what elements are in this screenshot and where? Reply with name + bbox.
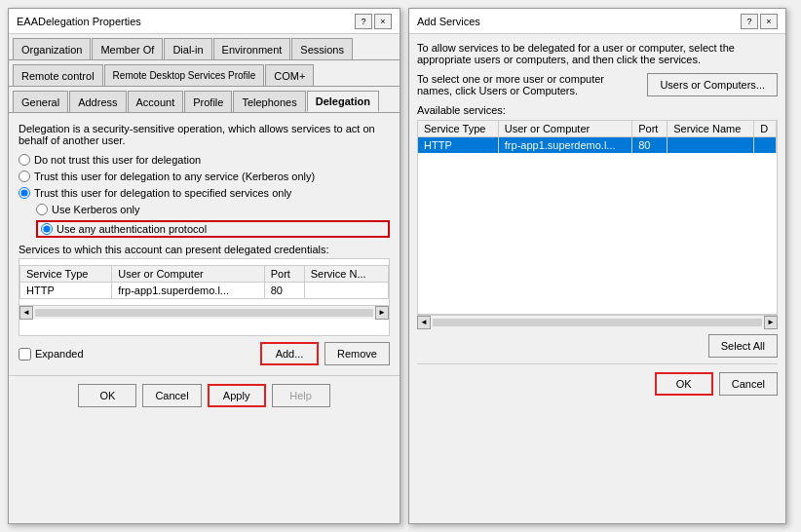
apply-button[interactable]: Apply xyxy=(208,384,266,407)
available-services-container: Service Type User or Computer Port Servi… xyxy=(417,120,778,315)
bottom-controls: Expanded Add... Remove xyxy=(19,342,390,365)
radio-any-auth-input[interactable] xyxy=(41,223,53,235)
select-all-row: Select All xyxy=(417,334,778,358)
left-title-bar: EAADelegation Properties ? × xyxy=(9,9,400,34)
tab-profile[interactable]: Profile xyxy=(184,91,232,112)
left-close-btn[interactable]: × xyxy=(374,14,392,29)
avail-col-port: Port xyxy=(632,121,668,137)
left-table-scrollbar[interactable]: ◄ ► xyxy=(19,305,389,319)
select-all-button[interactable]: Select All xyxy=(708,334,778,358)
users-computers-button[interactable]: Users or Computers... xyxy=(647,73,778,96)
radio-kerberos[interactable]: Use Kerberos only xyxy=(36,204,390,215)
add-remove-buttons: Add... Remove xyxy=(260,342,390,365)
right-close-btn[interactable]: × xyxy=(760,14,778,29)
eaa-delegation-window: EAADelegation Properties ? × Organizatio… xyxy=(8,8,400,524)
services-table-label: Services to which this account can prese… xyxy=(19,244,390,255)
tab-address[interactable]: Address xyxy=(69,91,126,112)
avail-col-user-computer: User or Computer xyxy=(498,121,631,137)
avail-table-row[interactable]: HTTP frp-app1.superdemo.l... 80 xyxy=(418,137,777,154)
delegation-radio-group: Do not trust this user for delegation Tr… xyxy=(19,154,390,199)
services-table: Service Type User or Computer Port Servi… xyxy=(19,265,389,299)
left-content: Delegation is a security-sensitive opera… xyxy=(9,113,400,375)
radio-no-trust-label: Do not trust this user for delegation xyxy=(34,154,201,166)
right-help-btn[interactable]: ? xyxy=(741,14,758,29)
add-button[interactable]: Add... xyxy=(260,342,319,365)
right-scroll-track xyxy=(433,319,762,326)
radio-no-trust[interactable]: Do not trust this user for delegation xyxy=(19,154,390,166)
tab-member-of[interactable]: Member Of xyxy=(92,38,163,59)
radio-no-trust-input[interactable] xyxy=(19,154,30,166)
expanded-label: Expanded xyxy=(35,348,84,360)
tab-remote-control[interactable]: Remote control xyxy=(13,64,103,86)
radio-kerberos-label: Use Kerberos only xyxy=(52,204,140,215)
avail-col-service-name: Service Name xyxy=(668,121,754,137)
radio-any-auth[interactable]: Use any authentication protocol xyxy=(41,223,207,235)
right-table-scrollbar[interactable]: ◄ ► xyxy=(417,315,778,328)
left-help-btn[interactable]: ? xyxy=(355,14,372,29)
remove-button[interactable]: Remove xyxy=(324,342,390,365)
tabs-row-3: General Address Account Profile Telephon… xyxy=(9,87,400,113)
cancel-button[interactable]: Cancel xyxy=(142,384,201,407)
radio-any-auth-label: Use any authentication protocol xyxy=(57,223,207,235)
scroll-left-btn[interactable]: ◄ xyxy=(19,306,33,320)
radio-specified-input[interactable] xyxy=(19,187,30,199)
services-table-head: Service Type User or Computer Port Servi… xyxy=(20,266,389,283)
services-table-body: HTTP frp-app1.superdemo.l... 80 xyxy=(20,283,389,299)
tabs-row-1: Organization Member Of Dial-in Environme… xyxy=(9,34,400,60)
avail-col-service-type: Service Type xyxy=(418,121,498,137)
right-window-title: Add Services xyxy=(417,16,480,27)
scroll-right-btn[interactable]: ► xyxy=(375,306,389,320)
tab-telephones[interactable]: Telephones xyxy=(233,91,305,112)
tab-dial-in[interactable]: Dial-in xyxy=(164,38,211,59)
radio-any-service-input[interactable] xyxy=(19,171,30,182)
radio-specified[interactable]: Trust this user for delegation to specif… xyxy=(19,187,390,199)
tab-delegation[interactable]: Delegation xyxy=(307,91,379,112)
right-ok-button[interactable]: OK xyxy=(655,372,713,396)
sub-radio-group: Use Kerberos only Use any authentication… xyxy=(36,204,390,238)
available-table-body: HTTP frp-app1.superdemo.l... 80 xyxy=(418,137,777,154)
right-content: To allow services to be delegated for a … xyxy=(409,34,785,411)
avail-row-d xyxy=(754,137,777,154)
right-title-bar: Add Services ? × xyxy=(409,9,785,34)
add-services-window: Add Services ? × To allow services to be… xyxy=(408,8,786,524)
tab-organization[interactable]: Organization xyxy=(13,38,91,59)
scroll-track xyxy=(35,309,373,317)
available-services-table: Service Type User or Computer Port Servi… xyxy=(418,121,777,153)
right-cancel-button[interactable]: Cancel xyxy=(719,372,778,396)
row-port: 80 xyxy=(264,283,304,299)
radio-any-auth-highlight: Use any authentication protocol xyxy=(36,220,390,238)
intro-text-2: To select one or more user or computer n… xyxy=(417,73,639,96)
col-service-type: Service Type xyxy=(20,266,112,283)
col-service-name: Service N... xyxy=(304,266,388,283)
help-button[interactable]: Help xyxy=(272,384,330,407)
tabs-row-2: Remote control Remote Desktop Services P… xyxy=(9,60,400,87)
avail-row-service-name xyxy=(668,137,754,154)
services-table-container: Service Type User or Computer Port Servi… xyxy=(19,258,390,336)
tab-account[interactable]: Account xyxy=(128,91,184,112)
right-title-controls: ? × xyxy=(741,14,778,29)
radio-specified-label: Trust this user for delegation to specif… xyxy=(34,187,291,199)
tab-general[interactable]: General xyxy=(13,91,68,112)
tab-environment[interactable]: Environment xyxy=(213,38,291,59)
avail-row-service-type: HTTP xyxy=(418,137,498,154)
right-scroll-right-btn[interactable]: ► xyxy=(764,316,778,329)
radio-kerberos-input[interactable] xyxy=(36,204,48,215)
row-service-name xyxy=(304,283,388,299)
tab-remote-desktop[interactable]: Remote Desktop Services Profile xyxy=(104,64,265,86)
left-title-controls: ? × xyxy=(355,14,392,29)
expanded-checkbox-label[interactable]: Expanded xyxy=(19,348,84,361)
radio-any-service[interactable]: Trust this user for delegation to any se… xyxy=(19,171,390,182)
right-footer-buttons: OK Cancel xyxy=(417,363,778,403)
ok-button[interactable]: OK xyxy=(78,384,136,407)
avail-col-d: D xyxy=(754,121,777,137)
table-row[interactable]: HTTP frp-app1.superdemo.l... 80 xyxy=(20,283,389,299)
users-computers-row: To select one or more user or computer n… xyxy=(417,73,778,96)
expanded-checkbox[interactable] xyxy=(19,348,31,361)
left-window-title: EAADelegation Properties xyxy=(17,16,141,27)
tab-sessions[interactable]: Sessions xyxy=(291,38,353,59)
tab-com[interactable]: COM+ xyxy=(265,64,314,86)
right-scroll-left-btn[interactable]: ◄ xyxy=(417,316,431,329)
delegation-description: Delegation is a security-sensitive opera… xyxy=(19,123,390,146)
avail-row-port: 80 xyxy=(632,137,668,154)
col-port: Port xyxy=(264,266,304,283)
